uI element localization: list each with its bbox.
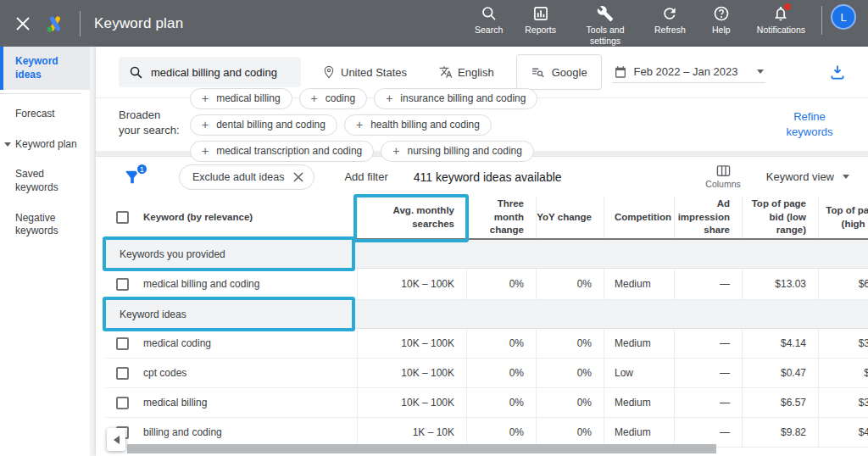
topbar-divider bbox=[80, 11, 81, 36]
chip-dental-billing-and-coding[interactable]: +dental billing and coding bbox=[190, 114, 337, 136]
search-value: medical billing and coding bbox=[151, 66, 277, 79]
top-high-bid-cell: $ bbox=[818, 359, 868, 387]
search-icon bbox=[129, 65, 143, 80]
col-header-three-month-change[interactable]: Three month change bbox=[466, 197, 536, 238]
col-header-yoy-change[interactable]: YoY change bbox=[536, 197, 604, 238]
chip-insurance-billing-and-coding[interactable]: +insurance billing and coding bbox=[374, 88, 537, 109]
refresh-icon bbox=[661, 5, 678, 22]
table-row: medical billing 10K – 100K 0% 0% Medium … bbox=[106, 388, 868, 418]
keyword-search-input[interactable]: medical billing and coding bbox=[119, 57, 301, 87]
sidebar-item-saved-keywords[interactable]: Saved keywords bbox=[0, 159, 90, 203]
network-selector[interactable]: Google bbox=[516, 54, 602, 90]
three-month-cell: 0% bbox=[466, 418, 536, 447]
top-low-bid-cell: $4.14 bbox=[742, 329, 818, 358]
top-high-bid-cell: $3 bbox=[818, 388, 868, 417]
sidebar-item-negative-keywords[interactable]: Negative keywords bbox=[0, 203, 90, 247]
top-low-bid-cell: $0.47 bbox=[742, 359, 818, 387]
reports-nav-button[interactable]: Reports bbox=[514, 0, 567, 39]
avatar[interactable]: L bbox=[831, 4, 856, 30]
col-header-avg-monthly-searches[interactable]: Avg. monthly searches bbox=[357, 197, 466, 238]
notifications-bell-icon bbox=[772, 5, 789, 22]
date-range-selector[interactable]: Feb 2022 – Jan 2023 bbox=[612, 62, 765, 83]
ad-share-cell: — bbox=[674, 359, 742, 387]
download-icon[interactable] bbox=[829, 64, 846, 81]
help-nav-button[interactable]: Help bbox=[697, 0, 746, 39]
tools-settings-nav-button[interactable]: Tools and settings bbox=[567, 0, 643, 49]
chevron-down-icon bbox=[757, 70, 764, 74]
chip-medical-transcription-and-coding[interactable]: +medical transcription and coding bbox=[190, 141, 374, 162]
top-high-bid-cell: $3 bbox=[818, 329, 868, 358]
competition-cell: Medium bbox=[604, 418, 674, 447]
plus-icon: + bbox=[386, 92, 392, 104]
table-row: medical coding 10K – 100K 0% 0% Medium —… bbox=[106, 329, 868, 359]
competition-cell: Low bbox=[604, 359, 674, 387]
top-low-bid-cell: $9.82 bbox=[742, 418, 818, 447]
notification-dot bbox=[784, 3, 791, 10]
section-keywords-you-provided: Keywords you provided bbox=[106, 240, 868, 269]
date-range-value: Feb 2022 – Jan 2023 bbox=[634, 65, 738, 78]
avg-searches-cell: 10K – 100K bbox=[357, 359, 466, 387]
ad-share-cell: — bbox=[674, 418, 742, 447]
three-month-cell: 0% bbox=[466, 388, 536, 417]
row-checkbox[interactable] bbox=[116, 278, 129, 291]
location-selector[interactable]: United States bbox=[322, 65, 407, 79]
avg-searches-cell: 10K – 100K bbox=[357, 269, 466, 299]
sidebar-item-keyword-plan[interactable]: Keyword plan bbox=[0, 130, 90, 160]
horizontal-scrollbar[interactable] bbox=[127, 444, 716, 453]
row-checkbox[interactable] bbox=[116, 337, 129, 350]
close-icon[interactable] bbox=[15, 16, 31, 31]
row-checkbox[interactable] bbox=[116, 397, 129, 409]
chip-nursing-billing-and-coding[interactable]: +nursing billing and coding bbox=[381, 141, 534, 162]
translate-icon bbox=[439, 65, 453, 79]
keyword-cell: medical coding bbox=[140, 329, 357, 358]
active-filter-chip[interactable]: Exclude adult ideas bbox=[179, 164, 314, 190]
keyword-view-dropdown[interactable]: Keyword view bbox=[766, 170, 849, 183]
yoy-cell: 0% bbox=[536, 269, 604, 299]
chip-health-billing-and-coding[interactable]: +health billing and coding bbox=[344, 114, 492, 136]
top-low-bid-cell: $6.57 bbox=[742, 388, 818, 417]
notifications-nav-button[interactable]: Notifications bbox=[746, 0, 816, 39]
sidebar-item-forecast[interactable]: Forecast bbox=[0, 99, 90, 130]
ad-share-cell: — bbox=[674, 269, 742, 299]
section-keyword-ideas: Keyword ideas bbox=[106, 300, 868, 329]
reports-icon bbox=[532, 5, 549, 22]
three-month-cell: 0% bbox=[466, 359, 536, 387]
columns-button[interactable]: Columns bbox=[705, 164, 740, 189]
col-header-ad-impression-share[interactable]: Ad impression share bbox=[674, 197, 742, 238]
refresh-nav-button[interactable]: Refresh bbox=[643, 0, 697, 39]
three-month-cell: 0% bbox=[466, 329, 536, 358]
search-nav-button[interactable]: Search bbox=[464, 0, 514, 39]
col-header-top-low-bid[interactable]: Top of page bid (low range) bbox=[742, 197, 818, 238]
ad-share-cell: — bbox=[674, 329, 742, 358]
avg-searches-cell: 10K – 100K bbox=[357, 329, 466, 358]
sidebar-item-keyword-ideas[interactable]: Keyword ideas bbox=[0, 47, 90, 90]
col-header-competition[interactable]: Competition bbox=[604, 197, 674, 238]
competition-cell: Medium bbox=[604, 269, 674, 299]
row-checkbox[interactable] bbox=[116, 367, 129, 380]
scroll-left-button[interactable] bbox=[107, 428, 125, 451]
keyword-planner-screen: Keyword plan Search Reports Tools and se… bbox=[0, 0, 868, 456]
competition-cell: Medium bbox=[604, 329, 674, 358]
page-title: Keyword plan bbox=[94, 15, 183, 32]
chip-coding[interactable]: +coding bbox=[299, 88, 368, 109]
broaden-search-section: Broaden your search: +medical billing +c… bbox=[96, 97, 868, 151]
select-all-checkbox[interactable] bbox=[116, 211, 129, 224]
col-header-keyword[interactable]: Keyword (by relevance) bbox=[140, 197, 357, 238]
table-header-row: Keyword (by relevance) Avg. monthly sear… bbox=[106, 197, 868, 240]
yoy-cell: 0% bbox=[536, 418, 604, 447]
chip-medical-billing[interactable]: +medical billing bbox=[190, 88, 292, 109]
plus-icon: + bbox=[356, 119, 363, 131]
remove-filter-icon[interactable] bbox=[293, 172, 303, 182]
language-selector[interactable]: English bbox=[439, 65, 494, 79]
sidebar-divider bbox=[0, 93, 81, 94]
broaden-label: Broaden your search: bbox=[119, 98, 181, 151]
location-pin-icon bbox=[322, 65, 336, 79]
filter-count-badge: 1 bbox=[136, 163, 148, 175]
help-icon bbox=[713, 5, 730, 22]
filter-funnel-icon[interactable]: 1 bbox=[123, 168, 142, 186]
search-network-icon bbox=[531, 65, 545, 80]
avg-searches-cell: 1K – 10K bbox=[357, 418, 466, 447]
refine-keywords-link[interactable]: Refine keywords bbox=[780, 109, 839, 139]
col-header-top-high-bid[interactable]: Top of page bid (high range) bbox=[818, 197, 868, 238]
add-filter-button[interactable]: Add filter bbox=[344, 170, 387, 183]
